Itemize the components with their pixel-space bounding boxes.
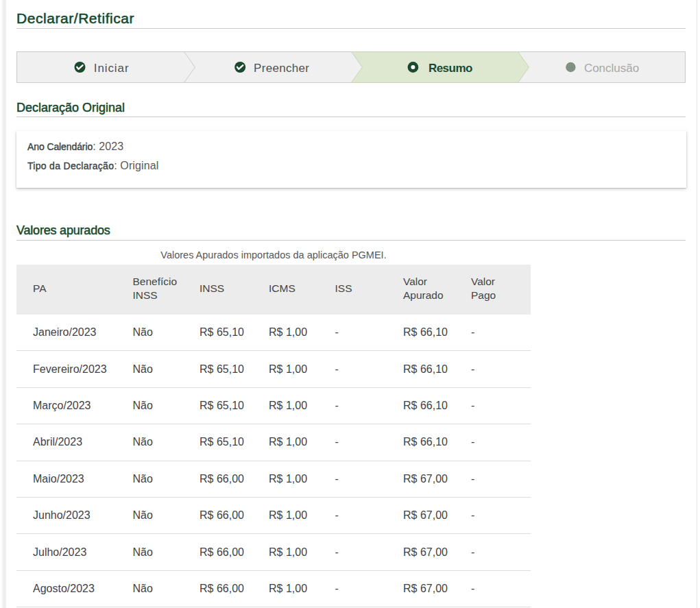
svg-text:Conclusão: Conclusão: [584, 62, 639, 75]
svg-text:Preencher: Preencher: [254, 62, 309, 75]
svg-text:Resumo: Resumo: [429, 62, 472, 75]
svg-text:Iniciar: Iniciar: [94, 62, 130, 75]
